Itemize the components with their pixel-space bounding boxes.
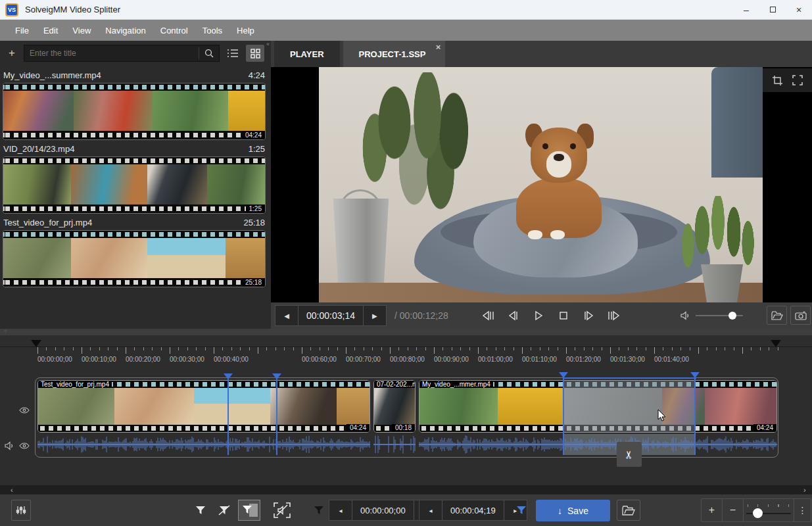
add-media-button[interactable]: + xyxy=(3,45,20,62)
ruler-ticks xyxy=(37,347,780,354)
scroll-left-icon[interactable]: ‹ xyxy=(11,485,13,494)
library-item[interactable]: VID_20/14/23.mp4 1:25 1:25 xyxy=(3,144,266,214)
save-button[interactable]: ↓ Save xyxy=(536,500,610,521)
zoom-slider-knob[interactable] xyxy=(753,508,763,518)
output-folder-button[interactable] xyxy=(617,500,640,521)
timeline-clip[interactable]: Test_video_for_prj.mp4 04:24 xyxy=(37,380,370,433)
library-item[interactable]: Test_video_for_prj.mp4 25:18 25:18 xyxy=(3,218,266,287)
save-label: Save xyxy=(567,506,588,516)
maximize-button[interactable] xyxy=(759,0,786,20)
film-sprockets xyxy=(3,157,265,164)
remove-marker-button[interactable] xyxy=(214,500,234,521)
video-thumbnail xyxy=(226,238,265,278)
media-name: VID_20/14/23.mp4 xyxy=(3,144,74,154)
timeline-start-marker[interactable] xyxy=(31,340,41,347)
list-view-button[interactable] xyxy=(224,45,242,62)
splitter-grip-icon: ⁘ xyxy=(3,330,8,334)
media-name: Test_video_for_prj.mp4 xyxy=(3,218,92,227)
decor xyxy=(711,67,763,178)
cut-fragment-button[interactable]: ✂ xyxy=(617,442,642,467)
more-options-button[interactable]: ⋮ xyxy=(794,499,811,521)
media-filmstrip[interactable]: 1:25 xyxy=(3,156,266,214)
selected-fragment-overlay[interactable] xyxy=(564,381,696,433)
duration-overlay: 04:24 xyxy=(242,131,265,139)
timeline-clip[interactable]: My_video_...mmer.mp4 04:24 xyxy=(419,380,777,433)
menu-control[interactable]: Control xyxy=(153,20,195,41)
volume-slider[interactable] xyxy=(696,315,743,316)
video-frame xyxy=(319,67,763,302)
zoom-out-button[interactable]: − xyxy=(723,499,744,521)
search-input[interactable] xyxy=(24,45,199,61)
selection-end-line xyxy=(694,377,696,455)
mouse-cursor xyxy=(657,409,667,422)
time-decrement-button[interactable]: ◀ xyxy=(275,306,298,325)
library-item[interactable]: My_video_...summer.mp4 4:24 04:24 xyxy=(3,70,266,140)
speaker-icon[interactable] xyxy=(680,311,690,320)
step-forward-button[interactable] xyxy=(581,308,596,323)
time-increment-button[interactable]: ▶ xyxy=(364,306,386,325)
snapshot-button[interactable] xyxy=(790,306,811,325)
end-decrement-button[interactable]: ◂ xyxy=(419,500,442,520)
prev-marker-button[interactable] xyxy=(481,308,496,323)
audio-track-mute-icon[interactable] xyxy=(4,441,14,450)
decor xyxy=(516,178,602,238)
invert-selection-button[interactable] xyxy=(238,500,260,521)
app-logo: VS xyxy=(5,3,18,16)
video-thumbnail xyxy=(228,91,265,131)
timeline-scrollbar[interactable]: ‹ › xyxy=(0,485,812,494)
fragment-start-value[interactable]: 00:00:00;00 xyxy=(352,506,414,515)
menu-view[interactable]: View xyxy=(65,20,98,41)
fragment-filter-icon[interactable] xyxy=(309,500,329,521)
current-time-value[interactable]: 00:00:03;14 xyxy=(299,310,363,321)
grid-view-button[interactable] xyxy=(246,45,264,62)
collapse-panel-icon[interactable]: « xyxy=(266,41,270,47)
video-track-visibility-icon[interactable] xyxy=(19,406,30,415)
menu-tools[interactable]: Tools xyxy=(195,20,229,41)
fullscreen-icon[interactable] xyxy=(792,75,803,85)
clip-duration: 04:24 xyxy=(753,424,776,432)
mute-fragment-button[interactable] xyxy=(271,500,293,521)
next-marker-button[interactable] xyxy=(606,308,621,323)
selected-filter-icon[interactable] xyxy=(512,500,531,521)
close-button[interactable]: × xyxy=(786,0,812,20)
timeline-end-marker[interactable] xyxy=(771,340,781,347)
ruler-label: 00:00:20;00 xyxy=(126,356,160,363)
audio-waveform[interactable] xyxy=(37,434,370,455)
duration-overlay: 1:25 xyxy=(246,204,265,213)
menu-help[interactable]: Help xyxy=(229,20,262,41)
audio-waveform[interactable] xyxy=(373,434,416,455)
menu-navigation[interactable]: Navigation xyxy=(98,20,153,41)
audio-waveform[interactable] xyxy=(419,434,777,455)
start-decrement-button[interactable]: ◂ xyxy=(329,500,352,520)
media-filmstrip[interactable]: 04:24 xyxy=(3,83,266,140)
tab-project[interactable]: PROJECT-1.SSP × xyxy=(343,41,446,67)
menu-file[interactable]: File xyxy=(8,20,36,41)
panel-splitter[interactable]: ⁘ xyxy=(0,329,812,335)
play-button[interactable] xyxy=(531,308,546,323)
crop-icon[interactable] xyxy=(772,75,783,86)
timeline-clip[interactable]: 07-02-202...mp4 00:18 xyxy=(373,380,416,433)
volume-slider-knob[interactable] xyxy=(728,312,736,320)
audio-track-visibility-icon[interactable] xyxy=(19,441,30,450)
scroll-right-icon[interactable]: › xyxy=(803,485,806,494)
zoom-in-button[interactable]: + xyxy=(702,499,723,521)
video-preview-area[interactable] xyxy=(271,67,812,302)
media-filmstrip[interactable]: 25:18 xyxy=(3,230,266,287)
decor xyxy=(570,143,576,149)
current-time-spinner: ◀ 00:00:03;14 ▶ xyxy=(275,305,387,326)
media-name: My_video_...summer.mp4 xyxy=(3,70,101,80)
tab-close-icon[interactable]: × xyxy=(436,42,441,52)
add-marker-button[interactable] xyxy=(191,500,210,521)
fragment-end-value[interactable]: 00:00:04;19 xyxy=(442,506,504,515)
tab-player[interactable]: PLAYER xyxy=(274,41,340,67)
stop-button[interactable] xyxy=(556,308,571,323)
zoom-slider[interactable] xyxy=(744,499,794,521)
search-icon[interactable] xyxy=(199,49,219,58)
minimize-button[interactable]: – xyxy=(733,0,759,20)
ruler-label: 00:00:30;00 xyxy=(170,356,204,363)
open-folder-button[interactable] xyxy=(767,306,787,325)
mixer-settings-button[interactable] xyxy=(11,500,31,521)
step-back-button[interactable] xyxy=(506,308,521,323)
ruler-label: 00:00:90;00 xyxy=(434,356,469,363)
menu-edit[interactable]: Edit xyxy=(36,20,65,41)
